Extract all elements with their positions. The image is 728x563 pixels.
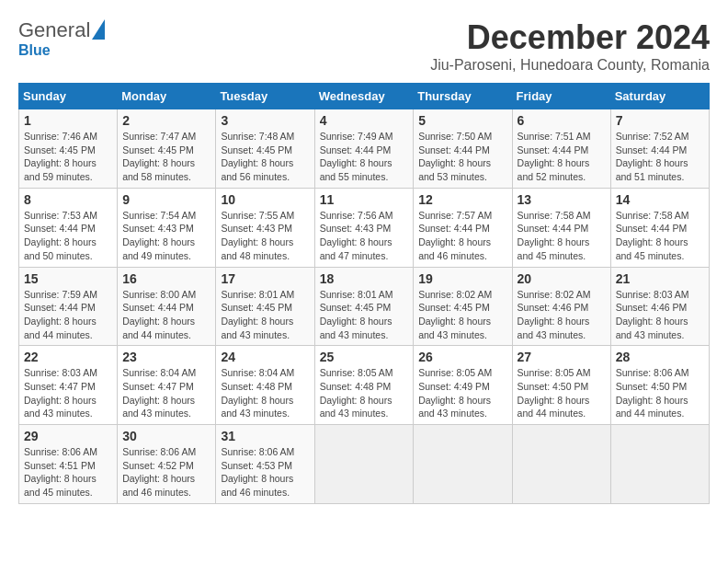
calendar-cell	[512, 425, 610, 504]
calendar-cell: 3Sunrise: 7:48 AM Sunset: 4:45 PM Daylig…	[216, 109, 314, 189]
calendar-cell: 14Sunrise: 7:58 AM Sunset: 4:44 PM Dayli…	[610, 188, 709, 267]
calendar-cell: 26Sunrise: 8:05 AM Sunset: 4:49 PM Dayli…	[414, 346, 512, 425]
calendar-cell: 13Sunrise: 7:58 AM Sunset: 4:44 PM Dayli…	[512, 188, 610, 267]
day-number: 28	[616, 350, 704, 364]
day-info: Sunrise: 8:04 AM Sunset: 4:48 PM Dayligh…	[221, 366, 309, 420]
day-info: Sunrise: 7:47 AM Sunset: 4:45 PM Dayligh…	[122, 130, 210, 184]
calendar-cell: 25Sunrise: 8:05 AM Sunset: 4:48 PM Dayli…	[314, 346, 414, 425]
day-info: Sunrise: 7:46 AM Sunset: 4:45 PM Dayligh…	[24, 130, 112, 184]
day-number: 13	[518, 192, 606, 207]
day-info: Sunrise: 8:02 AM Sunset: 4:45 PM Dayligh…	[418, 288, 506, 342]
logo-general: General	[18, 18, 90, 42]
calendar-cell: 17Sunrise: 8:01 AM Sunset: 4:45 PM Dayli…	[216, 267, 314, 346]
day-number: 9	[122, 192, 210, 207]
calendar-cell: 18Sunrise: 8:01 AM Sunset: 4:45 PM Dayli…	[314, 267, 414, 346]
day-number: 6	[518, 113, 606, 128]
calendar-cell: 16Sunrise: 8:00 AM Sunset: 4:44 PM Dayli…	[118, 267, 216, 346]
title-block: December 2024 Jiu-Paroseni, Hunedoara Co…	[430, 18, 710, 74]
calendar-cell: 9Sunrise: 7:54 AM Sunset: 4:43 PM Daylig…	[118, 188, 216, 267]
calendar-week-row: 8Sunrise: 7:53 AM Sunset: 4:44 PM Daylig…	[19, 188, 710, 267]
calendar-cell: 19Sunrise: 8:02 AM Sunset: 4:45 PM Dayli…	[414, 267, 512, 346]
calendar-day-header: Thursday	[414, 84, 512, 109]
day-number: 17	[221, 271, 309, 286]
day-number: 25	[320, 350, 409, 364]
calendar-cell: 8Sunrise: 7:53 AM Sunset: 4:44 PM Daylig…	[19, 188, 118, 267]
calendar-cell	[610, 425, 709, 504]
calendar-cell: 28Sunrise: 8:06 AM Sunset: 4:50 PM Dayli…	[610, 346, 709, 425]
calendar-day-header: Saturday	[610, 84, 709, 109]
calendar-cell: 1Sunrise: 7:46 AM Sunset: 4:45 PM Daylig…	[19, 109, 118, 189]
day-number: 23	[122, 350, 210, 364]
day-number: 7	[616, 113, 704, 128]
calendar-cell: 23Sunrise: 8:04 AM Sunset: 4:47 PM Dayli…	[118, 346, 216, 425]
calendar-cell	[414, 425, 512, 504]
day-info: Sunrise: 7:58 AM Sunset: 4:44 PM Dayligh…	[518, 209, 606, 263]
calendar-cell: 21Sunrise: 8:03 AM Sunset: 4:46 PM Dayli…	[610, 267, 709, 346]
day-info: Sunrise: 7:56 AM Sunset: 4:43 PM Dayligh…	[320, 209, 409, 263]
day-info: Sunrise: 7:53 AM Sunset: 4:44 PM Dayligh…	[24, 209, 112, 263]
day-number: 31	[221, 429, 309, 443]
calendar-header-row: SundayMondayTuesdayWednesdayThursdayFrid…	[19, 84, 710, 109]
day-info: Sunrise: 7:59 AM Sunset: 4:44 PM Dayligh…	[24, 288, 112, 342]
logo: General Blue	[18, 18, 105, 59]
logo-blue: Blue	[18, 42, 51, 59]
day-info: Sunrise: 8:04 AM Sunset: 4:47 PM Dayligh…	[122, 366, 210, 420]
day-number: 5	[418, 113, 506, 128]
calendar-cell: 20Sunrise: 8:02 AM Sunset: 4:46 PM Dayli…	[512, 267, 610, 346]
day-number: 16	[122, 271, 210, 286]
day-info: Sunrise: 8:03 AM Sunset: 4:47 PM Dayligh…	[24, 366, 112, 420]
day-info: Sunrise: 7:55 AM Sunset: 4:43 PM Dayligh…	[221, 209, 309, 263]
calendar-cell: 30Sunrise: 8:06 AM Sunset: 4:52 PM Dayli…	[118, 425, 216, 504]
calendar-cell: 15Sunrise: 7:59 AM Sunset: 4:44 PM Dayli…	[19, 267, 118, 346]
day-info: Sunrise: 8:06 AM Sunset: 4:50 PM Dayligh…	[616, 366, 704, 420]
day-info: Sunrise: 8:06 AM Sunset: 4:52 PM Dayligh…	[122, 445, 210, 500]
day-info: Sunrise: 8:06 AM Sunset: 4:51 PM Dayligh…	[24, 445, 112, 500]
calendar-week-row: 29Sunrise: 8:06 AM Sunset: 4:51 PM Dayli…	[19, 425, 710, 504]
calendar-cell: 27Sunrise: 8:05 AM Sunset: 4:50 PM Dayli…	[512, 346, 610, 425]
day-info: Sunrise: 8:02 AM Sunset: 4:46 PM Dayligh…	[518, 288, 606, 342]
day-number: 15	[24, 271, 112, 286]
page-header: General Blue December 2024 Jiu-Paroseni,…	[18, 18, 710, 74]
calendar-cell: 10Sunrise: 7:55 AM Sunset: 4:43 PM Dayli…	[216, 188, 314, 267]
day-number: 22	[24, 350, 112, 364]
day-number: 12	[418, 192, 506, 207]
day-number: 11	[320, 192, 409, 207]
day-info: Sunrise: 7:50 AM Sunset: 4:44 PM Dayligh…	[418, 130, 506, 184]
calendar-day-header: Monday	[118, 84, 216, 109]
calendar-cell: 4Sunrise: 7:49 AM Sunset: 4:44 PM Daylig…	[314, 109, 414, 189]
day-info: Sunrise: 8:01 AM Sunset: 4:45 PM Dayligh…	[320, 288, 409, 342]
day-number: 26	[418, 350, 506, 364]
calendar-cell: 24Sunrise: 8:04 AM Sunset: 4:48 PM Dayli…	[216, 346, 314, 425]
calendar-day-header: Tuesday	[216, 84, 314, 109]
day-info: Sunrise: 7:51 AM Sunset: 4:44 PM Dayligh…	[518, 130, 606, 184]
day-info: Sunrise: 7:49 AM Sunset: 4:44 PM Dayligh…	[320, 130, 409, 184]
day-number: 3	[221, 113, 309, 128]
calendar-cell: 5Sunrise: 7:50 AM Sunset: 4:44 PM Daylig…	[414, 109, 512, 189]
day-number: 8	[24, 192, 112, 207]
calendar-week-row: 15Sunrise: 7:59 AM Sunset: 4:44 PM Dayli…	[19, 267, 710, 346]
calendar-cell: 29Sunrise: 8:06 AM Sunset: 4:51 PM Dayli…	[19, 425, 118, 504]
calendar-day-header: Sunday	[19, 84, 118, 109]
day-number: 21	[616, 271, 704, 286]
day-number: 29	[24, 429, 112, 443]
calendar-cell: 2Sunrise: 7:47 AM Sunset: 4:45 PM Daylig…	[118, 109, 216, 189]
day-info: Sunrise: 8:03 AM Sunset: 4:46 PM Dayligh…	[616, 288, 704, 342]
page-subtitle: Jiu-Paroseni, Hunedoara County, Romania	[430, 57, 710, 74]
calendar-day-header: Wednesday	[314, 84, 414, 109]
day-info: Sunrise: 7:57 AM Sunset: 4:44 PM Dayligh…	[418, 209, 506, 263]
day-number: 24	[221, 350, 309, 364]
calendar-table: SundayMondayTuesdayWednesdayThursdayFrid…	[18, 83, 710, 504]
day-info: Sunrise: 8:06 AM Sunset: 4:53 PM Dayligh…	[221, 445, 309, 500]
day-info: Sunrise: 8:05 AM Sunset: 4:48 PM Dayligh…	[320, 366, 409, 420]
day-number: 10	[221, 192, 309, 207]
calendar-cell: 11Sunrise: 7:56 AM Sunset: 4:43 PM Dayli…	[314, 188, 414, 267]
day-number: 1	[24, 113, 112, 128]
calendar-day-header: Friday	[512, 84, 610, 109]
day-info: Sunrise: 8:05 AM Sunset: 4:49 PM Dayligh…	[418, 366, 506, 420]
day-number: 19	[418, 271, 506, 286]
calendar-cell: 31Sunrise: 8:06 AM Sunset: 4:53 PM Dayli…	[216, 425, 314, 504]
day-info: Sunrise: 7:54 AM Sunset: 4:43 PM Dayligh…	[122, 209, 210, 263]
day-info: Sunrise: 7:58 AM Sunset: 4:44 PM Dayligh…	[616, 209, 704, 263]
day-info: Sunrise: 8:01 AM Sunset: 4:45 PM Dayligh…	[221, 288, 309, 342]
day-number: 30	[122, 429, 210, 443]
